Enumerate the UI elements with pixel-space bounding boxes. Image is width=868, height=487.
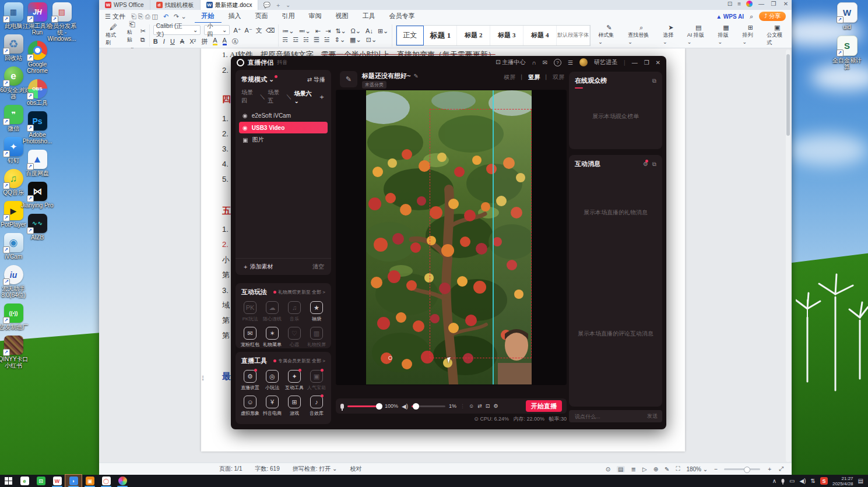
live-minimize-button[interactable]: — bbox=[632, 59, 638, 66]
camera-preview[interactable] bbox=[366, 90, 532, 384]
feature-gamepad[interactable]: ⊞游戏 bbox=[283, 396, 305, 417]
preview-eye-icon[interactable]: ⊙ bbox=[606, 466, 610, 472]
feature-avatar[interactable]: ☺虚拟形象 bbox=[239, 396, 261, 417]
taskbar-camera-app[interactable]: ▣ bbox=[82, 475, 98, 487]
stream-title[interactable]: 标题还没有想好~✎ bbox=[362, 72, 419, 80]
speaker-icon[interactable]: ◀) bbox=[402, 403, 408, 410]
scene-tab-场景五[interactable]: 场景五 bbox=[268, 89, 283, 105]
wps-account-avatar[interactable] bbox=[746, 1, 753, 7]
clear-sources-button[interactable]: 清空 bbox=[312, 263, 324, 271]
font-name-select[interactable]: Calibri (正文) ⌄ bbox=[153, 25, 201, 35]
align-right-icon[interactable]: ☵ bbox=[303, 36, 309, 43]
wps-tab[interactable]: WWPS Office bbox=[99, 0, 150, 10]
start-button[interactable] bbox=[0, 475, 16, 487]
spellcheck-status[interactable]: 拼写检查: 打开 ⌄ bbox=[293, 465, 338, 473]
wps-tab[interactable]: W最新搭建.docx bbox=[201, 0, 259, 10]
format-painter-button[interactable]: 🖉格式刷 bbox=[103, 24, 124, 47]
headset-icon[interactable]: ∩ bbox=[532, 59, 536, 66]
ribbon-查找替换-button[interactable]: ⌕查找替换 ⌄ bbox=[624, 24, 659, 47]
source-item[interactable]: ▣图片 bbox=[239, 134, 328, 146]
add-material-button[interactable]: ＋ 添加素材 bbox=[243, 263, 273, 271]
feature-wish[interactable]: ♡心愿 bbox=[283, 327, 305, 348]
messages-settings-icon[interactable]: ⚙ bbox=[643, 161, 648, 168]
menu-页面[interactable]: 页面 bbox=[248, 10, 275, 23]
feature-pk[interactable]: PKPK玩法 bbox=[239, 301, 261, 322]
feature-gift-menu[interactable]: ✶礼物菜单 bbox=[261, 327, 283, 348]
feature-gift-chart[interactable]: ▥礼物投屏 bbox=[305, 327, 328, 348]
desktop-icon-word[interactable]: W↗uid bbox=[830, 2, 864, 30]
tray-display-icon[interactable]: ▭ bbox=[789, 478, 795, 484]
menu-视图[interactable]: 视图 bbox=[329, 10, 356, 23]
menu-more-icon[interactable]: ≡ bbox=[737, 1, 741, 7]
ribbon-选择-button[interactable]: ➤选择 ⌄ bbox=[659, 24, 683, 47]
tools-update-badge[interactable]: 专属会员更新至 全部 > bbox=[273, 358, 325, 364]
cut-icon[interactable]: ✂ bbox=[140, 27, 146, 34]
feature-music[interactable]: ♫音乐 bbox=[283, 301, 305, 322]
page-view-icon[interactable]: ▤ bbox=[617, 466, 624, 472]
tray-clock[interactable]: 21:27 2025/4/28 bbox=[832, 476, 853, 486]
source-item[interactable]: ◉USB3 Video bbox=[239, 122, 328, 133]
menu-工具[interactable]: 工具 bbox=[356, 10, 382, 23]
feedback-chat-icon[interactable]: ✉ bbox=[543, 59, 547, 66]
font-color-button[interactable]: A bbox=[223, 37, 227, 45]
menu-插入[interactable]: 插入 bbox=[222, 10, 248, 23]
bold-button[interactable]: B bbox=[153, 38, 158, 45]
edit-pen-icon[interactable]: ✎ bbox=[665, 466, 669, 472]
desktop-icon-excel[interactable]: S↗全自金额计算 bbox=[830, 36, 864, 70]
messages-popout-icon[interactable]: ⧉ bbox=[652, 161, 656, 168]
desktop-icon-bdp[interactable]: ▲↗百度网盘 bbox=[20, 150, 54, 177]
outer-border-icon[interactable]: ⊡⌄ bbox=[366, 36, 377, 43]
ribbon-排版-button[interactable]: ▦排版 ⌄ bbox=[714, 24, 739, 47]
desktop-icon-obs[interactable]: OBS↗obs工具 bbox=[20, 79, 54, 106]
desktop-icon-jy[interactable]: ⋈↗Jianying Pro bbox=[20, 182, 54, 209]
orientation-双屏[interactable]: 双屏 bbox=[553, 73, 564, 82]
taskbar-live-companion[interactable]: ◗ bbox=[65, 475, 82, 487]
live-close-button[interactable]: ✕ bbox=[656, 59, 660, 66]
wps-maximize-button[interactable]: ❐ bbox=[770, 1, 777, 7]
italic-button[interactable]: I bbox=[163, 38, 165, 45]
style-box[interactable]: 标题 2 bbox=[457, 26, 490, 45]
paragraph-drag-handle[interactable]: ⁞⁞ bbox=[202, 375, 203, 382]
source-item[interactable]: ◉e2eSoft iVCam bbox=[239, 110, 328, 121]
chat-input[interactable] bbox=[574, 413, 644, 420]
proofread-button[interactable]: 校对 bbox=[350, 465, 361, 473]
taskbar-media-disc[interactable] bbox=[114, 475, 131, 487]
wps-tab[interactable]: d找靓机模板 bbox=[150, 0, 201, 10]
ribbon-样式集-button[interactable]: ✎样式集 ⌄ bbox=[594, 24, 624, 47]
indent-icon[interactable]: ⇥ bbox=[325, 27, 331, 34]
feature-cart[interactable]: ¥抖音电商 bbox=[261, 396, 283, 417]
tray-expand-icon[interactable]: ∧ bbox=[772, 478, 776, 484]
feature-puzzle[interactable]: ✦互动工具 bbox=[283, 370, 305, 391]
tray-volume-icon[interactable]: ◀) bbox=[800, 478, 806, 484]
document-scrollbar[interactable] bbox=[786, 50, 790, 462]
style-box[interactable]: 标题 3 bbox=[490, 26, 523, 45]
zoom-slider[interactable] bbox=[724, 468, 760, 470]
underline-button[interactable]: U bbox=[170, 38, 175, 45]
char-border-button[interactable]: Ⓐ bbox=[232, 38, 238, 45]
feature-popularity[interactable]: ▣人气宝箱 bbox=[305, 370, 328, 391]
scene-tab-场景四[interactable]: 场景四 bbox=[241, 89, 257, 105]
style-box[interactable]: 标题 1 bbox=[424, 26, 457, 45]
mic-volume-slider[interactable] bbox=[347, 405, 381, 407]
decrease-font-icon[interactable]: A⁻ bbox=[245, 27, 252, 34]
feature-lucky-bag[interactable]: ★福袋 bbox=[305, 301, 328, 322]
font-size-select[interactable]: 小四 ⌄ bbox=[204, 25, 230, 35]
menu-开始[interactable]: 开始 bbox=[195, 10, 222, 23]
desktop-icon-greenm[interactable]: ((•))↗艺友制造厂 bbox=[0, 304, 30, 330]
wps-close-button[interactable]: ✕ bbox=[782, 1, 789, 7]
send-button[interactable]: 发送 bbox=[647, 412, 658, 420]
fit-page-icon[interactable]: ⛶ bbox=[676, 465, 680, 472]
scrollbar-thumb[interactable] bbox=[786, 54, 790, 136]
ribbon-排列-button[interactable]: ⊞排列 ⌄ bbox=[738, 24, 762, 47]
zoom-level[interactable]: 180% ⌄ bbox=[686, 466, 708, 472]
taskbar-green-video-app[interactable]: ⊡ bbox=[33, 475, 49, 487]
scene-tab-场景六[interactable]: 场景六 ⌄ bbox=[294, 90, 316, 104]
fullscreen-icon[interactable]: ⤢ bbox=[779, 465, 783, 472]
desktop-icon-member[interactable]: ▤↗会员分发系统 -Windows... bbox=[45, 2, 79, 42]
bullet-list-icon[interactable]: ≔⌄ bbox=[282, 27, 294, 34]
outdent-icon[interactable]: ⇤ bbox=[315, 27, 321, 34]
feature-compass[interactable]: ◎小玩法 bbox=[261, 370, 283, 391]
zoom-in-button[interactable]: ＋ bbox=[767, 465, 772, 473]
tray-network-icon[interactable]: ⇅ bbox=[811, 478, 816, 484]
feature-red-packet[interactable]: ✉宠粉红包 bbox=[239, 327, 261, 348]
